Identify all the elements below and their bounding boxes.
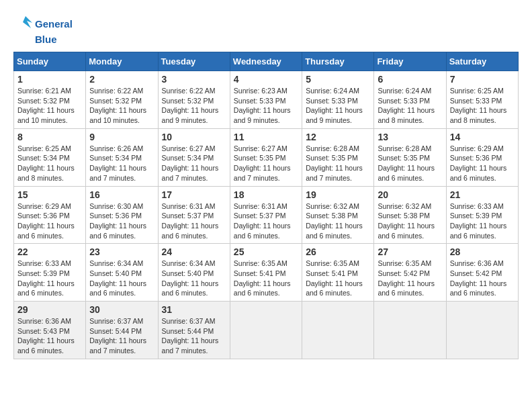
day-info: Sunrise: 6:36 AM Sunset: 5:43 PM Dayligh… <box>17 316 82 356</box>
day-info: Sunrise: 6:34 AM Sunset: 5:40 PM Dayligh… <box>89 259 154 298</box>
calendar-cell: 20Sunrise: 6:32 AM Sunset: 5:38 PM Dayli… <box>374 186 446 244</box>
day-number: 24 <box>162 246 226 257</box>
calendar-cell: 19Sunrise: 6:32 AM Sunset: 5:38 PM Dayli… <box>302 186 374 244</box>
day-info: Sunrise: 6:24 AM Sunset: 5:33 PM Dayligh… <box>378 86 442 126</box>
day-number: 31 <box>162 304 226 315</box>
day-info: Sunrise: 6:27 AM Sunset: 5:35 PM Dayligh… <box>234 144 298 183</box>
day-number: 17 <box>162 189 226 200</box>
day-info: Sunrise: 6:28 AM Sunset: 5:35 PM Dayligh… <box>378 144 442 183</box>
day-info: Sunrise: 6:26 AM Sunset: 5:34 PM Dayligh… <box>89 144 154 183</box>
day-number: 21 <box>450 189 515 200</box>
day-number: 14 <box>450 132 515 142</box>
calendar-cell: 13Sunrise: 6:28 AM Sunset: 5:35 PM Dayli… <box>374 128 446 186</box>
day-info: Sunrise: 6:37 AM Sunset: 5:44 PM Dayligh… <box>89 316 154 356</box>
day-number: 8 <box>17 132 82 142</box>
day-number: 18 <box>234 189 298 200</box>
calendar-cell: 30Sunrise: 6:37 AM Sunset: 5:44 PM Dayli… <box>86 302 158 359</box>
calendar-cell: 11Sunrise: 6:27 AM Sunset: 5:35 PM Dayli… <box>230 128 302 186</box>
day-info: Sunrise: 6:36 AM Sunset: 5:42 PM Dayligh… <box>450 259 515 298</box>
calendar-cell: 27Sunrise: 6:35 AM Sunset: 5:42 PM Dayli… <box>374 244 446 302</box>
svg-marker-0 <box>23 16 32 28</box>
calendar-cell: 29Sunrise: 6:36 AM Sunset: 5:43 PM Dayli… <box>14 302 86 359</box>
day-info: Sunrise: 6:25 AM Sunset: 5:33 PM Dayligh… <box>450 86 515 126</box>
day-info: Sunrise: 6:33 AM Sunset: 5:39 PM Dayligh… <box>17 259 82 298</box>
calendar-cell: 15Sunrise: 6:29 AM Sunset: 5:36 PM Dayli… <box>14 186 86 244</box>
day-number: 16 <box>89 189 154 200</box>
day-number: 2 <box>89 74 154 85</box>
day-info: Sunrise: 6:21 AM Sunset: 5:32 PM Dayligh… <box>17 86 82 126</box>
day-info: Sunrise: 6:32 AM Sunset: 5:38 PM Dayligh… <box>378 201 442 241</box>
calendar-cell: 23Sunrise: 6:34 AM Sunset: 5:40 PM Dayli… <box>86 244 158 302</box>
day-info: Sunrise: 6:23 AM Sunset: 5:33 PM Dayligh… <box>234 86 298 126</box>
calendar-table: SundayMondayTuesdayWednesdayThursdayFrid… <box>13 52 519 359</box>
calendar-cell: 17Sunrise: 6:31 AM Sunset: 5:37 PM Dayli… <box>158 186 230 244</box>
day-info: Sunrise: 6:35 AM Sunset: 5:42 PM Dayligh… <box>378 259 442 298</box>
day-info: Sunrise: 6:33 AM Sunset: 5:39 PM Dayligh… <box>450 201 515 241</box>
calendar-week-row-1: 1Sunrise: 6:21 AM Sunset: 5:32 PM Daylig… <box>14 71 519 129</box>
calendar-cell: 2Sunrise: 6:22 AM Sunset: 5:32 PM Daylig… <box>86 71 158 129</box>
day-info: Sunrise: 6:24 AM Sunset: 5:33 PM Dayligh… <box>306 86 370 126</box>
day-info: Sunrise: 6:35 AM Sunset: 5:41 PM Dayligh… <box>306 259 370 298</box>
calendar-cell: 10Sunrise: 6:27 AM Sunset: 5:34 PM Dayli… <box>158 128 230 186</box>
day-info: Sunrise: 6:37 AM Sunset: 5:44 PM Dayligh… <box>162 316 226 356</box>
calendar-cell: 14Sunrise: 6:29 AM Sunset: 5:36 PM Dayli… <box>446 128 518 186</box>
calendar-cell: 8Sunrise: 6:25 AM Sunset: 5:34 PM Daylig… <box>14 128 86 186</box>
calendar-cell: 1Sunrise: 6:21 AM Sunset: 5:32 PM Daylig… <box>14 71 86 129</box>
day-number: 11 <box>234 132 298 142</box>
calendar-header-thursday: Thursday <box>302 52 374 71</box>
calendar-cell: 3Sunrise: 6:22 AM Sunset: 5:32 PM Daylig… <box>158 71 230 129</box>
day-number: 27 <box>378 246 442 257</box>
calendar-header-friday: Friday <box>374 52 446 71</box>
day-number: 12 <box>306 132 370 142</box>
day-info: Sunrise: 6:31 AM Sunset: 5:37 PM Dayligh… <box>162 201 226 241</box>
calendar-header-row: SundayMondayTuesdayWednesdayThursdayFrid… <box>14 52 519 71</box>
day-info: Sunrise: 6:31 AM Sunset: 5:37 PM Dayligh… <box>234 201 298 241</box>
day-number: 19 <box>306 189 370 200</box>
calendar-cell: 26Sunrise: 6:35 AM Sunset: 5:41 PM Dayli… <box>302 244 374 302</box>
calendar-week-row-2: 8Sunrise: 6:25 AM Sunset: 5:34 PM Daylig… <box>14 128 519 186</box>
day-number: 20 <box>378 189 442 200</box>
calendar-cell <box>446 302 518 359</box>
calendar-cell: 22Sunrise: 6:33 AM Sunset: 5:39 PM Dayli… <box>14 244 86 302</box>
calendar-cell: 28Sunrise: 6:36 AM Sunset: 5:42 PM Dayli… <box>446 244 518 302</box>
day-info: Sunrise: 6:35 AM Sunset: 5:41 PM Dayligh… <box>234 259 298 298</box>
day-info: Sunrise: 6:34 AM Sunset: 5:40 PM Dayligh… <box>162 259 226 298</box>
day-number: 13 <box>378 132 442 142</box>
day-info: Sunrise: 6:28 AM Sunset: 5:35 PM Dayligh… <box>306 144 370 183</box>
day-number: 15 <box>17 189 82 200</box>
calendar-header-monday: Monday <box>86 52 158 71</box>
calendar-cell: 6Sunrise: 6:24 AM Sunset: 5:33 PM Daylig… <box>374 71 446 129</box>
day-number: 9 <box>89 132 154 142</box>
day-info: Sunrise: 6:27 AM Sunset: 5:34 PM Dayligh… <box>162 144 226 183</box>
calendar-cell: 9Sunrise: 6:26 AM Sunset: 5:34 PM Daylig… <box>86 128 158 186</box>
calendar-header-tuesday: Tuesday <box>158 52 230 71</box>
calendar-cell <box>230 302 302 359</box>
day-info: Sunrise: 6:32 AM Sunset: 5:38 PM Dayligh… <box>306 201 370 241</box>
calendar-week-row-5: 29Sunrise: 6:36 AM Sunset: 5:43 PM Dayli… <box>14 302 519 359</box>
day-info: Sunrise: 6:29 AM Sunset: 5:36 PM Dayligh… <box>17 201 82 241</box>
calendar-cell: 12Sunrise: 6:28 AM Sunset: 5:35 PM Dayli… <box>302 128 374 186</box>
day-number: 4 <box>234 74 298 85</box>
day-number: 25 <box>234 246 298 257</box>
logo-bird-icon <box>13 13 34 34</box>
calendar-cell: 24Sunrise: 6:34 AM Sunset: 5:40 PM Dayli… <box>158 244 230 302</box>
calendar-cell: 4Sunrise: 6:23 AM Sunset: 5:33 PM Daylig… <box>230 71 302 129</box>
day-number: 22 <box>17 246 82 257</box>
day-number: 10 <box>162 132 226 142</box>
calendar-week-row-4: 22Sunrise: 6:33 AM Sunset: 5:39 PM Dayli… <box>14 244 519 302</box>
logo: General Blue <box>13 13 73 45</box>
day-number: 30 <box>89 304 154 315</box>
day-info: Sunrise: 6:29 AM Sunset: 5:36 PM Dayligh… <box>450 144 515 183</box>
day-number: 6 <box>378 74 442 85</box>
logo-blue: Blue <box>35 34 57 45</box>
day-number: 5 <box>306 74 370 85</box>
calendar-header-sunday: Sunday <box>14 52 86 71</box>
calendar-cell: 18Sunrise: 6:31 AM Sunset: 5:37 PM Dayli… <box>230 186 302 244</box>
calendar-header-saturday: Saturday <box>446 52 518 71</box>
day-number: 1 <box>17 74 82 85</box>
calendar-cell: 25Sunrise: 6:35 AM Sunset: 5:41 PM Dayli… <box>230 244 302 302</box>
calendar-cell: 21Sunrise: 6:33 AM Sunset: 5:39 PM Dayli… <box>446 186 518 244</box>
day-number: 23 <box>89 246 154 257</box>
calendar-header-wednesday: Wednesday <box>230 52 302 71</box>
calendar-cell: 31Sunrise: 6:37 AM Sunset: 5:44 PM Dayli… <box>158 302 230 359</box>
